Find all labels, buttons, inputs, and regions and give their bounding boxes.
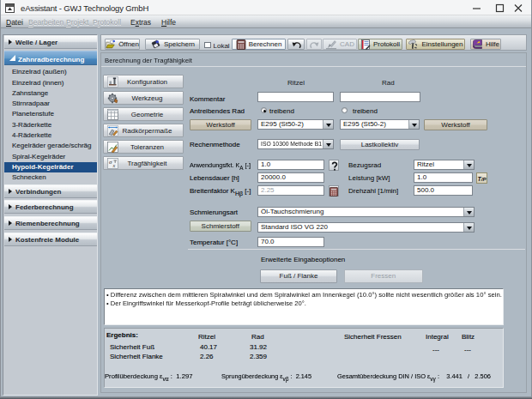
- svg-text:σ: σ: [109, 159, 112, 166]
- svg-text:x: x: [112, 162, 116, 167]
